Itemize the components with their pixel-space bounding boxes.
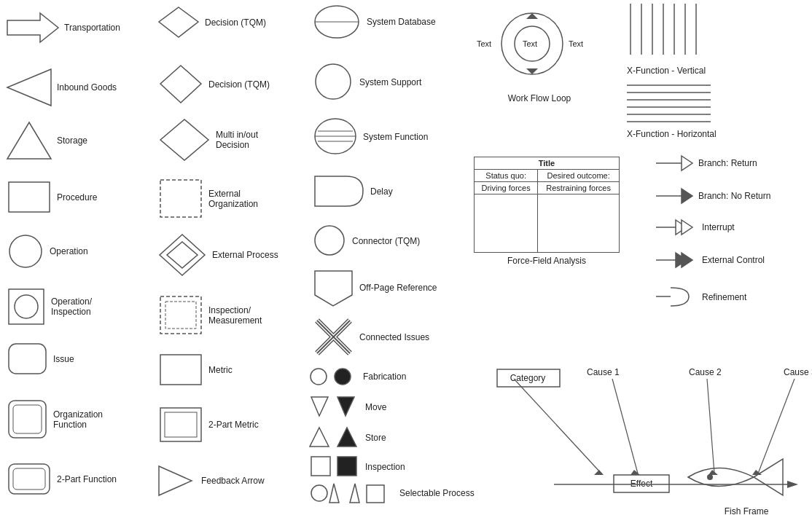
metric-icon <box>159 353 203 386</box>
metric-label: Metric <box>208 365 233 375</box>
category-box: Category <box>496 368 561 390</box>
svg-point-40 <box>335 369 351 385</box>
interrupt-label: Interrupt <box>702 222 735 232</box>
inspection-meas-icon <box>159 295 203 335</box>
ext-org-icon <box>159 178 203 219</box>
system-support-label: System Support <box>359 77 421 87</box>
force-field-label: Force-Field Analysis <box>474 256 620 266</box>
svg-rect-7 <box>9 344 46 374</box>
svg-marker-49 <box>350 484 359 503</box>
org-function-label: Organization Function <box>53 409 103 430</box>
x-func-vertical-icon <box>627 4 700 62</box>
2part-metric-icon <box>159 406 203 443</box>
svg-rect-19 <box>165 302 196 329</box>
ext-process-label: External Process <box>212 250 278 260</box>
delay-icon <box>313 175 364 208</box>
fish-frame-icon <box>688 452 805 503</box>
fabrication-label: Fabrication <box>363 371 406 382</box>
connector-tqm-item: Connector (TQM) <box>313 224 420 257</box>
fish-frame-item: Fish Frame <box>688 452 805 515</box>
store-label: Store <box>365 433 386 443</box>
operation-label: Operation <box>50 246 88 256</box>
transportation-icon <box>7 13 58 42</box>
svg-point-26 <box>316 64 351 99</box>
svg-line-89 <box>612 379 638 473</box>
operation-inspection-label: Operation/ Inspection <box>51 296 92 317</box>
svg-rect-3 <box>9 182 50 212</box>
svg-point-39 <box>311 369 327 385</box>
2part-metric-label: 2-Part Metric <box>208 420 259 430</box>
svg-marker-42 <box>337 397 354 416</box>
decision-tqm1-item: Decision (TQM) <box>159 6 266 39</box>
off-page-ref-label: Off-Page Reference <box>359 283 437 293</box>
inspection-meas-label: Inspection/ Measurement <box>208 305 262 326</box>
org-function-icon <box>7 399 47 439</box>
interrupt-item: Interrupt <box>656 217 735 237</box>
store-item: Store <box>310 426 386 449</box>
svg-marker-43 <box>310 428 329 447</box>
svg-point-4 <box>9 235 42 267</box>
2part-function-label: 2-Part Function <box>57 474 117 484</box>
branch-return-icon <box>656 153 692 173</box>
x-func-vertical-item: X-Function - Vertical <box>627 4 706 76</box>
system-database-label: System Database <box>367 17 436 27</box>
ext-control-item: External Control <box>656 250 765 270</box>
transportation-item: Transportation <box>7 13 120 42</box>
connector-tqm-label: Connector (TQM) <box>352 236 420 246</box>
2part-function-item: 2-Part Function <box>7 463 117 495</box>
off-page-ref-item: Off-Page Reference <box>313 270 437 306</box>
move-icon <box>310 396 359 419</box>
delay-label: Delay <box>370 186 393 197</box>
svg-line-95 <box>514 379 601 473</box>
category-icon: Category <box>496 368 561 388</box>
refinement-icon <box>656 284 696 310</box>
decision-tqm1-icon <box>159 6 199 39</box>
svg-marker-77 <box>682 220 692 235</box>
store-icon <box>310 426 359 449</box>
svg-rect-11 <box>13 468 45 490</box>
svg-rect-15 <box>160 180 201 217</box>
svg-rect-50 <box>367 485 384 503</box>
selectable-process-item: Selectable Process <box>310 482 475 504</box>
storage-label: Storage <box>57 135 87 146</box>
fish-frame-label: Fish Frame <box>688 506 805 515</box>
svg-marker-32 <box>315 271 352 306</box>
fabrication-icon <box>310 366 357 388</box>
multi-inout-icon <box>159 118 210 162</box>
selectable-process-label: Selectable Process <box>399 488 475 498</box>
svg-marker-96 <box>594 470 604 475</box>
decision-tqm2-icon <box>159 64 203 104</box>
procedure-item: Procedure <box>7 181 97 213</box>
multi-inout-item: Multi in/out Decision <box>159 118 258 162</box>
svg-rect-45 <box>311 457 330 476</box>
move-label: Move <box>365 402 386 412</box>
svg-marker-0 <box>7 13 58 42</box>
effect-box: Effect <box>612 473 671 496</box>
inbound-goods-icon <box>7 69 51 106</box>
effect-icon: Effect <box>612 473 671 494</box>
inspection-icon <box>310 455 359 479</box>
svg-marker-14 <box>160 119 208 160</box>
fabrication-item: Fabrication <box>310 366 406 388</box>
issue-icon <box>7 342 47 375</box>
transportation-label: Transportation <box>64 23 120 33</box>
system-database-item: System Database <box>313 4 436 40</box>
svg-marker-2 <box>7 122 51 159</box>
procedure-label: Procedure <box>57 192 97 203</box>
svg-marker-1 <box>7 69 51 106</box>
storage-item: Storage <box>7 122 87 159</box>
force-field-item: Title Status quo: Desired outcome: Drivi… <box>474 157 620 266</box>
ext-control-icon <box>656 250 696 270</box>
feedback-arrow-item: Feedback Arrow <box>159 466 265 495</box>
connected-issues-icon <box>313 317 354 357</box>
svg-rect-22 <box>165 412 197 437</box>
system-function-icon <box>313 117 357 157</box>
delay-item: Delay <box>313 175 393 208</box>
storage-icon <box>7 122 51 159</box>
svg-rect-9 <box>13 405 42 433</box>
branch-no-return-item: Branch: No Return <box>656 186 770 206</box>
svg-text:Effect: Effect <box>631 479 653 489</box>
svg-marker-48 <box>329 484 339 503</box>
svg-marker-72 <box>682 156 692 170</box>
system-function-label: System Function <box>363 132 428 142</box>
